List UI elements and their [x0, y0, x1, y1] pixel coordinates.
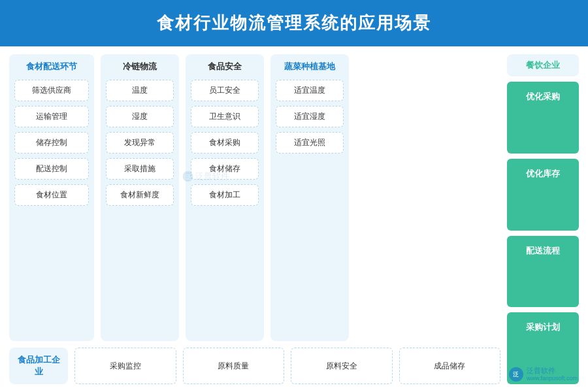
col-food-delivery-title: 食材配送环节 — [14, 61, 89, 75]
list-item: 适宜温度 — [276, 80, 344, 101]
list-item: 适宜湿度 — [276, 106, 344, 127]
optimize-inventory-button[interactable]: 优化库存 — [507, 159, 579, 231]
list-item: 筛选供应商 — [14, 80, 89, 101]
col-food-safety: 食品安全 员工安全 卫生意识 食材采购 食材储存 食材加工 — [186, 54, 264, 341]
list-item: 成品储存 — [399, 348, 501, 384]
list-item: 发现异常 — [106, 132, 174, 154]
main-content: 食材配送环节 筛选供应商 运输管理 储存控制 配送控制 食材位置 冷链物流 温度… — [0, 46, 588, 392]
list-item: 食材新鲜度 — [106, 184, 174, 206]
watermark-text: 泛普软件 www.fanpusoft.com — [527, 366, 578, 383]
watermark: 泛 泛普软件 www.fanpusoft.com — [509, 366, 578, 383]
list-item: 运输管理 — [14, 106, 89, 127]
list-item: 温度 — [106, 80, 174, 101]
list-item: 采取措施 — [106, 158, 174, 180]
list-item: 湿度 — [106, 106, 174, 127]
list-item: 食材加工 — [191, 184, 259, 206]
list-item: 储存控制 — [14, 132, 89, 154]
list-item: 员工安全 — [191, 80, 259, 101]
right-col-title: 餐饮企业 — [507, 54, 579, 76]
bottom-section: 食品加工企业 采购监控 原料质量 原料安全 成品储存 — [9, 348, 500, 384]
list-item: 原料质量 — [183, 348, 285, 384]
list-item: 卫生意识 — [191, 106, 259, 127]
delivery-process-button[interactable]: 配送流程 — [507, 236, 579, 308]
watermark-icon: 泛 — [509, 367, 523, 382]
list-item: 适宜光照 — [276, 132, 344, 154]
right-col: 餐饮企业 优化采购 优化库存 配送流程 采购计划 — [507, 54, 579, 384]
optimize-purchase-button[interactable]: 优化采购 — [507, 82, 579, 154]
list-item: 采购监控 — [74, 348, 176, 384]
col-cold-chain: 冷链物流 温度 湿度 发现异常 采取措施 食材新鲜度 — [101, 54, 179, 341]
list-item: 配送控制 — [14, 158, 89, 180]
list-item: 食材储存 — [191, 158, 259, 180]
col-veggie-base: 蔬菜种植基地 适宜温度 适宜湿度 适宜光照 — [270, 54, 349, 341]
watermark-url: www.fanpusoft.com — [527, 375, 578, 383]
col-veggie-base-title: 蔬菜种植基地 — [276, 61, 344, 75]
list-item: 食材采购 — [191, 132, 259, 154]
col-cold-chain-title: 冷链物流 — [106, 61, 174, 75]
left-area: 食材配送环节 筛选供应商 运输管理 储存控制 配送控制 食材位置 冷链物流 温度… — [9, 54, 500, 384]
watermark-brand: 泛普软件 — [527, 366, 578, 375]
top-section: 食材配送环节 筛选供应商 运输管理 储存控制 配送控制 食材位置 冷链物流 温度… — [9, 54, 500, 341]
page-title: 食材行业物流管理系统的应用场景 — [0, 0, 588, 46]
bottom-label-text: 食品加工企业 — [14, 354, 63, 378]
col-food-delivery: 食材配送环节 筛选供应商 运输管理 储存控制 配送控制 食材位置 — [9, 54, 94, 341]
list-item: 原料安全 — [291, 348, 393, 384]
list-item: 食材位置 — [14, 184, 89, 206]
col-food-safety-title: 食品安全 — [191, 61, 259, 75]
bottom-label: 食品加工企业 — [9, 348, 68, 384]
